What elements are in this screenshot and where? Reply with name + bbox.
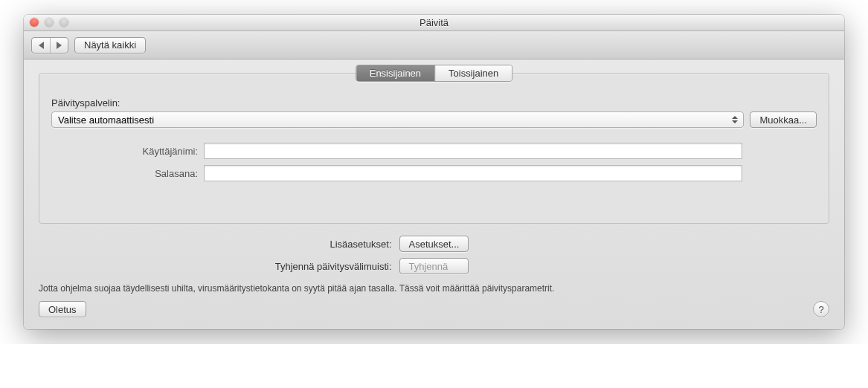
server-selected-value: Valitse automaattisesti	[58, 114, 154, 126]
advanced-label: Lisäasetukset:	[39, 239, 392, 250]
credentials-grid: Käyttäjänimi: Salasana:	[51, 143, 817, 181]
username-label: Käyttäjänimi:	[51, 146, 204, 157]
server-select[interactable]: Valitse automaattisesti	[51, 111, 744, 128]
password-label: Salasana:	[51, 168, 204, 179]
traffic-lights	[30, 18, 68, 27]
default-button[interactable]: Oletus	[39, 301, 86, 317]
zoom-icon[interactable]	[60, 18, 68, 27]
minimize-icon[interactable]	[45, 18, 54, 27]
advanced-button[interactable]: Asetukset...	[399, 236, 469, 252]
show-all-button[interactable]: Näytä kaikki	[74, 37, 146, 54]
select-arrows-icon	[730, 116, 740, 123]
tab-secondary[interactable]: Toissijainen	[434, 65, 512, 81]
bottom-bar: Oletus ?	[39, 301, 829, 317]
toolbar: Näytä kaikki	[24, 31, 844, 59]
username-field[interactable]	[204, 143, 742, 159]
close-icon[interactable]	[30, 18, 39, 27]
forward-button[interactable]	[50, 38, 68, 53]
help-button[interactable]: ?	[813, 301, 829, 317]
hint-text: Jotta ohjelma suojaa täydellisesti uhilt…	[39, 283, 829, 294]
titlebar: Päivitä	[24, 15, 844, 31]
clear-cache-label: Tyhjennä päivitysvälimuisti:	[39, 261, 392, 272]
settings-group: Ensisijainen Toissijainen Päivityspalvel…	[39, 73, 829, 224]
chevron-right-icon	[57, 42, 62, 49]
window-title: Päivitä	[419, 17, 449, 28]
update-server-label: Päivityspalvelin:	[51, 97, 817, 109]
content: Ensisijainen Toissijainen Päivityspalvel…	[24, 59, 844, 329]
clear-cache-button[interactable]: Tyhjennä	[399, 258, 469, 274]
server-row: Valitse automaattisesti Muokkaa...	[51, 111, 817, 128]
nav-segment	[31, 37, 68, 54]
edit-server-button[interactable]: Muokkaa...	[750, 111, 817, 128]
password-field[interactable]	[204, 165, 742, 181]
back-button[interactable]	[32, 38, 50, 53]
chevron-left-icon	[39, 42, 44, 49]
tab-primary[interactable]: Ensisijainen	[356, 65, 434, 81]
tabs: Ensisijainen Toissijainen	[356, 65, 513, 82]
actions-grid: Lisäasetukset: Asetukset... Tyhjennä päi…	[39, 236, 829, 274]
window: Päivitä Näytä kaikki Ensisijainen Toissi…	[24, 15, 844, 329]
